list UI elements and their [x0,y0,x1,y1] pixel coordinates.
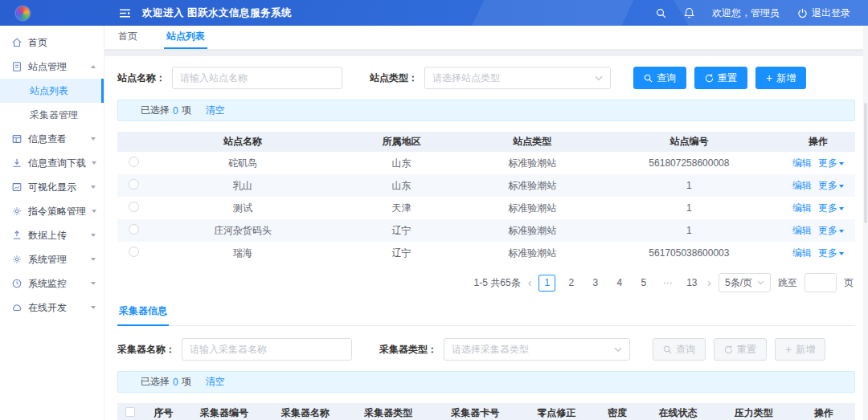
welcome-user-text: 欢迎您，管理员 [712,6,780,20]
table-row: 瑞海 辽宁 标准验潮站 561705038600003 编辑更多 [117,242,855,264]
table-row: 砣矶岛 山东 标准验潮站 561807258600008 编辑更多 [117,152,855,174]
edit-link[interactable]: 编辑 [792,202,812,214]
page-4[interactable]: 4 [611,275,628,292]
next-page-button[interactable]: › [707,277,711,288]
collector-table-header-row: 序号 采集器编号 采集器名称 采集器类型 采集器卡号 零点修正 密度 在线状态 … [117,403,855,420]
grid-icon [11,133,23,145]
sidebar: 首页 站点管理 站点列表 采集器管理 信息查看 信息查询下载 [0,26,104,420]
logout-button[interactable]: 退出登录 [797,6,850,20]
select-all-checkbox[interactable] [125,407,135,417]
sidebar-item-online-dev[interactable]: 在线开发 [0,296,104,320]
search-icon [644,74,653,83]
tab-collector-info[interactable]: 采集器信息 [117,304,169,326]
sidebar-item-visualization[interactable]: 可视化显示 [0,175,104,199]
collector-search-button[interactable]: 查询 [653,338,706,361]
sidebar-item-collector-management[interactable]: 采集器管理 [0,103,104,127]
station-type-select[interactable]: 请选择站点类型 [424,67,611,89]
edit-link[interactable]: 编辑 [792,180,812,191]
search-icon[interactable] [656,8,666,18]
collector-form-buttons: 查询 重置 + 新增 [653,338,825,361]
station-add-button[interactable]: + 新增 [755,67,806,89]
pagination: 1-5 共65条 ‹ 1 2 3 4 5 ··· 13 › 5条/页 [117,273,855,292]
page-5[interactable]: 5 [635,275,652,292]
edit-link[interactable]: 编辑 [792,247,812,259]
tab-home[interactable]: 首页 [116,26,140,49]
chevron-down-icon [839,252,844,255]
page-tabbar: 首页 站点列表 [104,26,868,50]
sidebar-item-system-management[interactable]: 系统管理 [0,247,104,271]
home-icon [11,37,23,48]
sidebar-item-info-view[interactable]: 信息查看 [0,127,104,151]
row-radio[interactable] [129,247,139,257]
collector-type-select[interactable]: 请选择采集器类型 [444,338,630,361]
more-dropdown[interactable]: 更多 [818,202,844,214]
gear-icon [11,206,23,217]
row-radio[interactable] [129,179,139,190]
page-3[interactable]: 3 [587,275,604,292]
upload-icon [11,230,23,241]
brand-logo[interactable] [0,6,104,20]
page-size-select[interactable]: 5条/页 [719,273,771,292]
chevron-down-icon [757,280,764,285]
collector-reset-button[interactable]: 重置 [714,338,767,361]
page-ellipsis[interactable]: ··· [659,275,676,292]
scrollbar[interactable] [863,26,868,420]
more-dropdown[interactable]: 更多 [818,225,844,236]
plus-icon: + [785,344,792,355]
chevron-down-icon [839,185,844,188]
page-2[interactable]: 2 [563,275,579,292]
collector-add-button[interactable]: + 新增 [775,338,825,361]
collector-type-label: 采集器类型： [379,343,437,357]
tab-station-list[interactable]: 站点列表 [164,26,207,49]
clear-selection-link[interactable]: 清空 [206,375,225,389]
collector-selection-bar: 已选择 0 项 清空 [117,371,855,393]
sidebar-item-info-query-download[interactable]: 信息查询下载 [0,151,104,175]
chevron-down-icon [839,162,844,165]
more-dropdown[interactable]: 更多 [818,157,844,169]
more-dropdown[interactable]: 更多 [818,180,844,191]
page-13[interactable]: 13 [683,275,700,292]
collector-tabbar: 采集器信息 [117,304,855,326]
sidebar-item-command-policy[interactable]: 指令策略管理 [0,199,104,223]
table-row: 庄河杂货码头 辽宁 标准验潮站 1 编辑更多 [117,219,855,242]
chevron-up-icon [91,65,96,68]
gear-icon [11,254,23,265]
sidebar-item-data-upload[interactable]: 数据上传 [0,223,104,247]
clear-selection-link[interactable]: 清空 [206,104,225,117]
edit-link[interactable]: 编辑 [792,225,812,236]
chevron-down-icon [839,207,844,210]
collector-name-input[interactable] [182,338,352,361]
top-header: 欢迎进入 图跃水文信息服务系统 欢迎您，管理员 退出登录 [0,0,868,26]
row-radio[interactable] [129,224,139,234]
content-panel: 站点名称： 站点类型： 请选择站点类型 查询 [104,56,868,420]
plus-icon: + [766,72,772,84]
row-radio[interactable] [129,157,139,167]
more-dropdown[interactable]: 更多 [818,247,844,259]
sidebar-collapse-icon[interactable] [119,8,131,18]
station-reset-button[interactable]: 重置 [694,67,747,89]
station-name-input[interactable] [172,67,342,89]
chevron-down-icon [614,347,622,353]
logo-icon [16,6,30,20]
sidebar-item-home[interactable]: 首页 [0,31,104,55]
chevron-down-icon [91,234,96,237]
notifications-bell-icon[interactable] [684,7,694,18]
jump-page-input[interactable] [805,273,837,292]
scrollbar-thumb[interactable] [864,103,867,223]
edit-link[interactable]: 编辑 [792,157,812,169]
station-selection-bar: 已选择 0 项 清空 [117,100,855,121]
station-form-buttons: 查询 重置 + 新增 [633,67,806,89]
station-table-header-row: 站点名称 所属地区 站点类型 站点编号 操作 [117,132,855,152]
prev-page-button[interactable]: ‹ [528,277,532,288]
station-search-button[interactable]: 查询 [633,67,686,89]
download-icon [11,157,23,169]
sidebar-item-station-management[interactable]: 站点管理 [0,55,104,79]
page-1[interactable]: 1 [538,275,555,292]
row-radio[interactable] [129,202,139,212]
app-window: 欢迎进入 图跃水文信息服务系统 欢迎您，管理员 退出登录 首页 站点 [0,0,868,420]
chevron-down-icon [92,161,96,165]
sidebar-item-station-list[interactable]: 站点列表 [0,79,104,103]
chevron-down-icon [91,258,96,261]
chevron-down-icon [91,186,96,189]
sidebar-item-system-monitor[interactable]: 系统监控 [0,271,104,296]
